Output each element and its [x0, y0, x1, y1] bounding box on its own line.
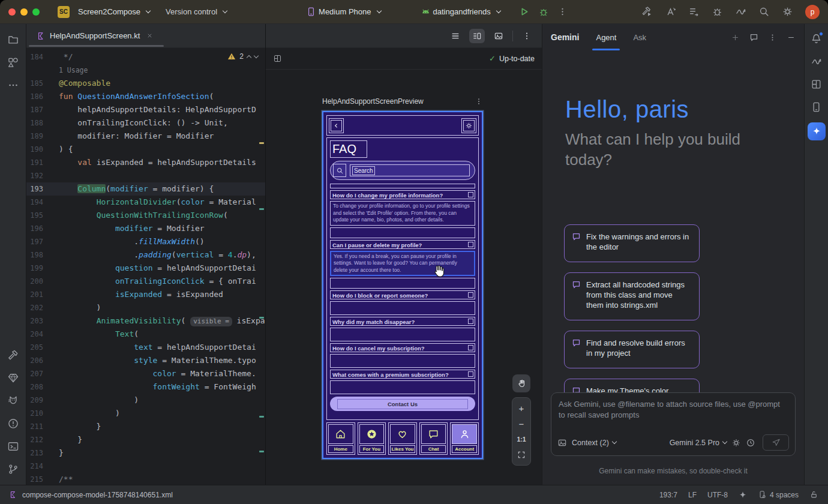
nav-item[interactable]: Home [326, 422, 355, 455]
code-line[interactable]: 214 [26, 460, 265, 473]
project-tool-button[interactable] [4, 30, 23, 49]
version-control-menu[interactable]: Version control [162, 5, 230, 19]
code-line[interactable]: 215 /** [26, 473, 265, 485]
code-line[interactable]: 199 question = helpAndSupportDetai [26, 262, 265, 275]
expand-toggle-icon[interactable] [468, 192, 473, 197]
preview-menu-button[interactable] [519, 29, 535, 43]
close-window-button[interactable] [8, 8, 16, 16]
gemini-status-icon[interactable] [739, 491, 747, 499]
code-inspection-button[interactable] [665, 6, 676, 17]
nav-item[interactable]: Account [450, 422, 479, 455]
zoom-window-button[interactable] [32, 8, 40, 16]
code-line[interactable]: 186 fun QuestionAndAnswerInfoSection( [26, 90, 265, 103]
build-project-button[interactable] [641, 6, 653, 17]
faq-block[interactable] [330, 380, 475, 394]
faq-block[interactable] [330, 328, 475, 341]
prompt-settings-icon[interactable] [731, 438, 741, 448]
build-tool-button[interactable] [4, 346, 23, 365]
more-tool-windows-button[interactable] [4, 76, 23, 95]
zoom-actual-size-button[interactable]: 1:1 [512, 431, 530, 447]
code-line[interactable]: 213 } [26, 446, 265, 460]
search-everywhere-button[interactable] [758, 6, 770, 17]
hide-panel-icon[interactable] [787, 33, 796, 42]
code-line[interactable]: 193 Column(modifier = modifier) { [26, 182, 265, 196]
code-line[interactable]: 197 .fillMaxWidth() [26, 235, 265, 248]
preview-item-menu-icon[interactable] [475, 97, 483, 106]
more-actions-button[interactable] [557, 7, 568, 17]
code-view-button[interactable] [448, 29, 463, 43]
zoom-to-fit-button[interactable] [512, 447, 530, 463]
suggestion-card[interactable]: Extract all hardcoded strings from this … [564, 272, 700, 320]
faq-block[interactable] [330, 278, 475, 289]
expand-toggle-icon[interactable] [468, 292, 473, 298]
suggestion-card[interactable]: Find and resolve build errors in my proj… [564, 331, 700, 368]
close-tab-icon[interactable] [146, 32, 153, 39]
preview-canvas[interactable]: HelpAndSupportScreenPreview FAQ Search [266, 70, 542, 485]
expand-toggle-icon[interactable] [468, 345, 473, 350]
faq-block[interactable]: How do I change my profile information? [330, 190, 475, 199]
gemini-spark-button[interactable] [808, 122, 826, 140]
code-line[interactable]: 198 .padding(vertical = 4.dp), [26, 248, 265, 262]
code-line[interactable]: 209 ) [26, 394, 265, 407]
expand-toggle-icon[interactable] [468, 319, 473, 324]
tab-scrollbar-thumb[interactable] [29, 45, 164, 47]
device-mirroring-button[interactable] [807, 52, 826, 71]
code-line[interactable]: 190 ) { [26, 143, 265, 156]
zoom-in-button[interactable]: + [512, 400, 530, 416]
layout-inspector-button[interactable] [807, 74, 826, 94]
faq-block[interactable]: To change your profile information, go t… [330, 201, 475, 226]
faq-block[interactable] [330, 354, 475, 368]
code-line[interactable]: 194 HorizontalDivider(color = Material [26, 196, 265, 209]
faq-block[interactable] [330, 227, 475, 238]
code-area[interactable]: 184 */ 1 Usage 185 @Composable [26, 48, 265, 485]
settings-gear-button[interactable] [461, 118, 476, 133]
run-button[interactable] [518, 6, 530, 17]
layout-mode-icon[interactable] [273, 54, 282, 63]
lock-icon[interactable] [809, 490, 818, 499]
code-line[interactable]: 1 Usage [26, 64, 265, 77]
suggestion-card[interactable]: Fix the warnings and errors in the edito… [564, 224, 700, 262]
code-line[interactable]: 188 onTrailingIconClick: () -> Unit, [26, 116, 265, 130]
previous-warning-icon[interactable] [247, 55, 251, 59]
nav-item[interactable]: Likes You [388, 422, 417, 455]
code-line[interactable]: 212 } [26, 433, 265, 446]
next-warning-icon[interactable] [254, 53, 259, 58]
code-line[interactable]: 203 AnimatedVisibility( visible = isExpa… [26, 314, 265, 328]
phone-preview[interactable]: FAQ Search [322, 111, 483, 459]
code-line[interactable]: 208 fontWeight = FontWeigh [26, 380, 265, 394]
model-dropdown[interactable]: Gemini 2.5 Pro [670, 439, 727, 447]
code-line[interactable]: 206 style = MaterialTheme.typo [26, 354, 265, 367]
new-chat-icon[interactable] [731, 33, 740, 42]
back-button[interactable] [329, 118, 344, 133]
problems-tool-button[interactable] [4, 414, 23, 433]
code-line[interactable]: 201 isExpanded = isExpanded [26, 288, 265, 301]
context-dropdown[interactable]: Context (2) [572, 439, 616, 447]
code-line[interactable]: 202 ) [26, 301, 265, 314]
faq-block[interactable]: Why did my match disappear? [330, 317, 475, 326]
minimize-window-button[interactable] [20, 8, 28, 16]
history-icon[interactable] [746, 438, 755, 448]
nav-item[interactable]: Chat [419, 422, 448, 455]
nav-item[interactable]: For You [358, 422, 386, 455]
todo-list-button[interactable] [688, 6, 700, 17]
debug-button[interactable] [538, 7, 549, 17]
faq-block[interactable] [330, 301, 475, 315]
code-line[interactable]: 205 text = helpAndSupportDetai [26, 341, 265, 354]
resource-manager-tool-button[interactable] [4, 53, 23, 72]
contact-us-button[interactable]: Contact Us [330, 397, 475, 411]
app-quality-insights-tool-button[interactable] [4, 368, 23, 388]
code-line[interactable]: 207 color = MaterialTheme. [26, 367, 265, 380]
version-control-tool-button[interactable] [4, 460, 23, 479]
line-ending-indicator[interactable]: LF [688, 491, 697, 499]
tab-agent[interactable]: Agent [596, 24, 616, 50]
pan-tool-button[interactable] [512, 374, 530, 392]
user-avatar[interactable]: p [805, 5, 820, 19]
project-selector[interactable]: Screen2Compose [74, 5, 154, 19]
tab-ask[interactable]: Ask [633, 24, 646, 50]
code-line[interactable]: 211 } [26, 420, 265, 433]
code-line[interactable]: 187 helpAndSupportDetails: HelpAndSuppor… [26, 103, 265, 116]
gemini-prompt-input[interactable]: Ask Gemini, use @filename to attach sour… [551, 392, 796, 456]
code-line[interactable]: 191 val isExpanded = helpAndSupportDetai… [26, 156, 265, 169]
chat-history-icon[interactable] [749, 33, 758, 42]
expand-toggle-icon[interactable] [468, 371, 473, 377]
